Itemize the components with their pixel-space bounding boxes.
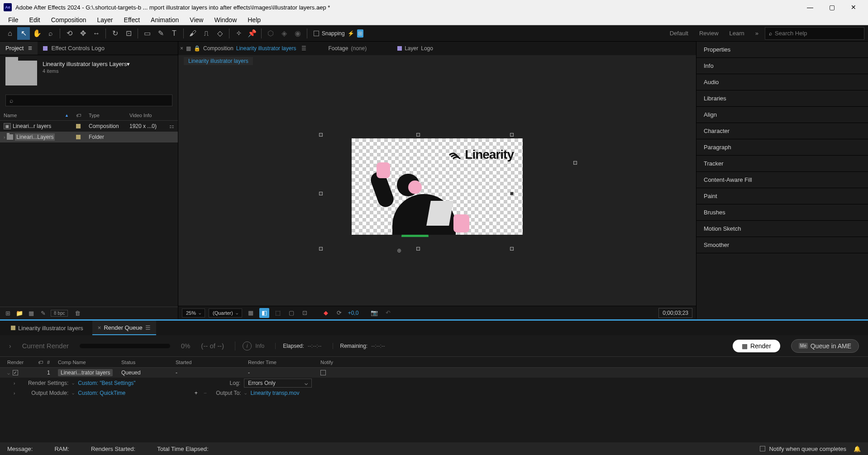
expand-icon[interactable]: ⌵ — [7, 370, 10, 375]
expand-icon[interactable]: › — [14, 381, 15, 386]
menu-composition[interactable]: Composition — [47, 15, 91, 24]
close-button[interactable]: ✕ — [846, 4, 861, 11]
col-notify[interactable]: Notify — [317, 360, 362, 365]
new-comp-icon[interactable]: ▦ — [27, 309, 35, 318]
adjust-icon[interactable]: ✎ — [39, 309, 47, 318]
anchor-point-icon[interactable]: ⊕ — [397, 247, 402, 253]
panel-libraries[interactable]: Libraries — [696, 90, 868, 107]
comp-tab-link[interactable]: Linearity illustrator layers — [236, 45, 296, 52]
exposure-value[interactable]: +0,0 — [348, 310, 359, 316]
quality-dropdown[interactable]: (Quarter) — [209, 308, 242, 318]
3d-tool-1[interactable]: ⬡ — [264, 27, 277, 40]
eraser-tool[interactable]: ◇ — [214, 27, 226, 40]
menu-animation[interactable]: Animation — [146, 15, 183, 24]
panel-content-aware-fill[interactable]: Content-Aware Fill — [696, 172, 868, 188]
orbit-tool[interactable]: ⟲ — [63, 27, 76, 40]
queue-ame-button[interactable]: Me Queue in AME — [791, 339, 859, 353]
panel-info[interactable]: Info — [696, 58, 868, 74]
snapshot-icon[interactable]: 📷 — [369, 308, 379, 318]
3d-tool-3[interactable]: ◉ — [291, 27, 304, 40]
tab-timeline[interactable]: Linearity illustrator layers — [5, 321, 89, 335]
panel-menu-icon[interactable]: ☰ — [301, 45, 306, 52]
render-settings-link[interactable]: Custom: "Best Settings" — [78, 380, 135, 386]
workspace-default[interactable]: Default — [670, 30, 688, 37]
reset-exposure-icon[interactable]: ⟳ — [334, 308, 344, 318]
toggle-transparency-icon[interactable]: ▦ — [246, 308, 256, 318]
panel-brushes[interactable]: Brushes — [696, 204, 868, 221]
log-dropdown[interactable]: Errors Only⌵ — [244, 379, 312, 388]
selection-tool[interactable]: ↖ — [17, 27, 30, 40]
bpc-toggle[interactable]: 8 bpc — [51, 310, 68, 317]
remove-output-button[interactable]: − — [201, 389, 209, 397]
col-video[interactable]: Video Info — [126, 113, 178, 118]
text-tool[interactable]: T — [168, 27, 181, 40]
panel-character[interactable]: Character — [696, 123, 868, 139]
col-render-time[interactable]: Render Time — [244, 360, 317, 365]
puppet-tool[interactable]: 📌 — [246, 27, 258, 40]
workspace-learn[interactable]: Learn — [730, 30, 744, 37]
rotation-tool[interactable]: ↻ — [109, 27, 121, 40]
panel-smoother[interactable]: Smoother — [696, 237, 868, 253]
flowchart-icon[interactable]: ▦ — [186, 45, 191, 52]
output-module-link[interactable]: Custom: QuickTime — [78, 390, 125, 396]
col-num[interactable]: # — [43, 360, 54, 365]
zoom-dropdown[interactable]: 25% — [182, 308, 205, 318]
dolly-tool[interactable]: ↔ — [90, 27, 103, 40]
minimize-button[interactable]: — — [803, 4, 817, 11]
roto-tool[interactable]: ✧ — [232, 27, 245, 40]
expand-icon[interactable]: › — [14, 391, 15, 396]
col-render[interactable]: Render — [4, 360, 34, 365]
project-search[interactable] — [5, 95, 172, 106]
expand-icon[interactable]: › — [9, 342, 11, 350]
panel-properties[interactable]: Properties — [696, 42, 868, 58]
pan-tool[interactable]: ✥ — [76, 27, 89, 40]
search-help-input[interactable] — [775, 30, 860, 37]
color-icon[interactable]: ◆ — [321, 308, 331, 318]
toggle-mask-icon[interactable]: ◧ — [259, 308, 269, 318]
tab-render-queue[interactable]: × Render Queue ☰ — [92, 321, 156, 335]
tab-effect-controls[interactable]: Effect Controls Logo — [38, 42, 110, 55]
outer-handle[interactable] — [573, 161, 577, 165]
menu-window[interactable]: Window — [210, 15, 241, 24]
project-row[interactable]: ▦Lineari...r layers Composition 1920 x .… — [0, 121, 178, 132]
add-output-button[interactable]: + — [192, 389, 200, 397]
search-help[interactable]: ⌕ — [765, 27, 864, 40]
interpret-footage-icon[interactable]: ⊞ — [4, 309, 12, 318]
flowchart-icon[interactable]: ⚏ — [169, 123, 174, 129]
col-label[interactable]: 🏷 — [34, 360, 43, 365]
delete-icon[interactable]: 🗑 — [73, 309, 81, 318]
region-icon[interactable]: ⬚ — [273, 308, 283, 318]
workspace-more[interactable]: » — [755, 30, 758, 37]
notify-queue-checkbox[interactable] — [760, 446, 765, 451]
selection-handles[interactable] — [319, 133, 514, 251]
project-row[interactable]: ›Lineari...Layers Folder — [0, 132, 178, 142]
output-to-link[interactable]: Linearity transp.mov — [250, 390, 299, 396]
close-tab-icon[interactable]: × — [98, 324, 101, 331]
breadcrumb-item[interactable]: Linearity illustrator layers — [184, 57, 253, 65]
workspace-review[interactable]: Review — [699, 30, 719, 37]
hand-tool[interactable]: ✋ — [31, 27, 43, 40]
dropdown-icon[interactable]: ⌵ — [244, 391, 247, 395]
rectangle-tool[interactable]: ▭ — [141, 27, 153, 40]
clone-tool[interactable]: ⎍ — [200, 27, 213, 40]
notify-checkbox[interactable] — [320, 370, 326, 375]
render-button[interactable]: ▦ Render — [733, 340, 780, 352]
timecode[interactable]: 0;00;03;23 — [658, 308, 692, 318]
panel-paint[interactable]: Paint — [696, 188, 868, 204]
new-folder-icon[interactable]: 📁 — [15, 309, 24, 318]
lock-icon[interactable]: 🔒 — [194, 45, 200, 52]
pen-tool[interactable]: ✎ — [154, 27, 167, 40]
dropdown-icon[interactable]: ⌵ — [72, 381, 74, 385]
composition-viewer[interactable]: Linearity — [178, 67, 696, 306]
anchor-tool[interactable]: ⊡ — [122, 27, 135, 40]
col-name[interactable]: Name▲ — [0, 113, 72, 118]
panel-paragraph[interactable]: Paragraph — [696, 139, 868, 156]
render-queue-item[interactable]: ⌵ 1 Lineari...trator layers Queued - - — [0, 368, 868, 378]
menu-view[interactable]: View — [185, 15, 208, 24]
snap-grid-icon[interactable]: ⊞ — [357, 29, 363, 38]
panel-motion-sketch[interactable]: Motion Sketch — [696, 221, 868, 237]
snapping-checkbox[interactable] — [314, 31, 319, 36]
panel-menu-icon[interactable]: ☰ — [145, 324, 151, 331]
zoom-tool[interactable]: ⌕ — [44, 27, 57, 40]
render-checkbox[interactable] — [13, 370, 18, 375]
